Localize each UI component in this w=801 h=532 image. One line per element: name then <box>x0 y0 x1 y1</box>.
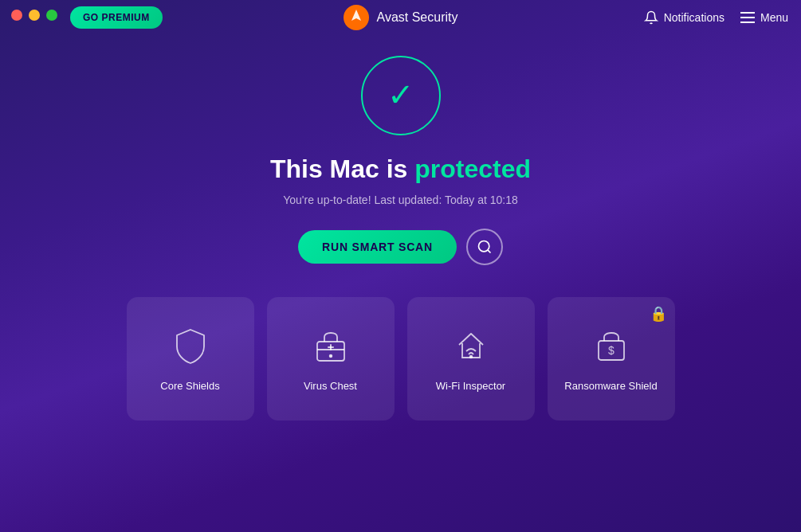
menu-label: Menu <box>760 11 788 24</box>
ransomware-shield-label: Ransomware Shield <box>564 380 657 392</box>
brand: Avast Security <box>344 5 458 30</box>
ransomware-shield-card[interactable]: 🔒 $ Ransomware Shield <box>548 297 675 421</box>
header-controls: Notifications Menu <box>644 0 788 35</box>
svg-line-5 <box>488 250 491 253</box>
menu-icon <box>740 12 755 23</box>
search-icon <box>477 239 493 255</box>
premium-lock-icon: 🔒 <box>650 305 667 323</box>
notifications-label: Notifications <box>664 11 724 24</box>
status-heading: This Mac is protected <box>270 155 531 184</box>
buttons-row: RUN SMART SCAN <box>298 229 503 265</box>
core-shields-icon <box>171 326 210 369</box>
svg-text:$: $ <box>608 344 614 357</box>
wifi-inspector-card[interactable]: Wi-Fi Inspector <box>407 297 535 421</box>
status-prefix: This Mac is <box>270 155 414 183</box>
main-content: ✓ This Mac is protected You're up-to-dat… <box>0 0 801 421</box>
checkmark-icon: ✓ <box>387 79 414 111</box>
notifications-button[interactable]: Notifications <box>644 10 724 25</box>
menu-button[interactable]: Menu <box>740 11 788 24</box>
wifi-inspector-icon <box>451 326 491 369</box>
virus-chest-icon <box>311 326 351 369</box>
ransomware-shield-icon: $ <box>591 326 631 369</box>
svg-point-4 <box>478 241 489 252</box>
virus-chest-label: Virus Chest <box>304 380 357 392</box>
virus-chest-card[interactable]: Virus Chest <box>267 297 395 421</box>
run-smart-scan-button[interactable]: RUN SMART SCAN <box>298 230 457 264</box>
wifi-inspector-label: Wi-Fi Inspector <box>436 380 505 392</box>
feature-cards: Core Shields Virus Chest <box>63 297 739 421</box>
status-subtitle: You're up-to-date! Last updated: Today a… <box>283 194 518 206</box>
core-shields-card[interactable]: Core Shields <box>127 297 254 421</box>
svg-point-10 <box>329 355 332 358</box>
status-highlight: protected <box>414 155 531 183</box>
app-title: Avast Security <box>377 10 458 25</box>
svg-point-11 <box>469 356 472 358</box>
status-circle: ✓ <box>361 56 441 135</box>
avast-logo-icon <box>344 5 369 30</box>
bell-icon <box>644 10 658 25</box>
core-shields-label: Core Shields <box>160 380 219 392</box>
header: Avast Security Notifications Menu <box>0 0 801 35</box>
search-button[interactable] <box>466 229 503 265</box>
